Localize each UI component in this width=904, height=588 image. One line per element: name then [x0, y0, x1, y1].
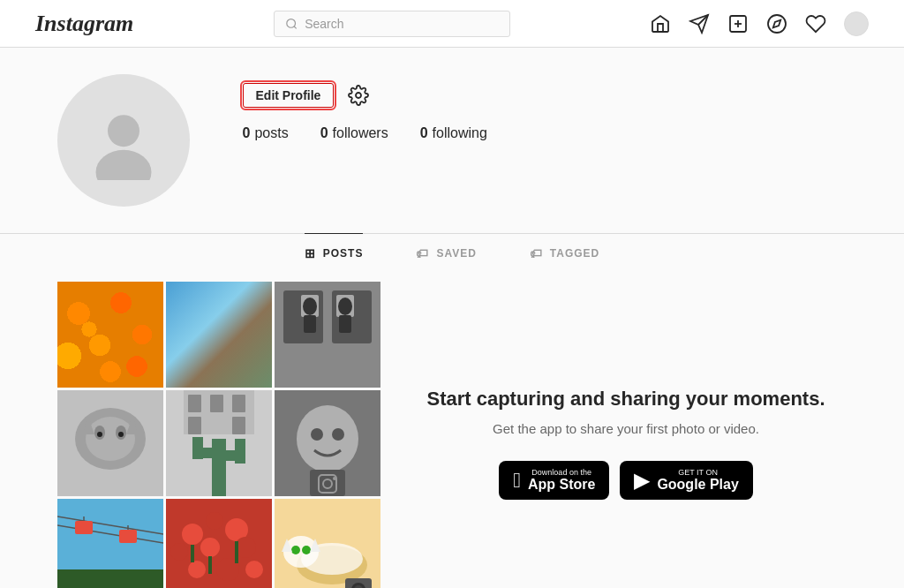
svg-rect-32: [188, 395, 201, 412]
apple-icon: : [513, 468, 521, 493]
svg-point-63: [170, 543, 188, 561]
svg-point-66: [188, 561, 206, 578]
header: Instagram: [0, 0, 904, 48]
tab-posts[interactable]: ⊞ POSTS: [305, 233, 364, 273]
svg-rect-70: [235, 541, 238, 563]
posts-stat[interactable]: 0 posts: [243, 125, 289, 141]
svg-point-68: [245, 561, 263, 578]
search-bar: [274, 11, 510, 37]
svg-rect-41: [235, 439, 245, 464]
tab-saved-label: SAVED: [436, 247, 476, 260]
photo-cell[interactable]: [57, 499, 163, 588]
avatar-icon[interactable]: [844, 11, 869, 36]
svg-rect-19: [304, 315, 316, 333]
svg-point-43: [297, 405, 358, 472]
svg-point-10: [95, 150, 151, 180]
following-count: 0: [420, 125, 428, 141]
app-store-large-text: App Store: [528, 477, 595, 493]
google-play-small-text: GET IT ON: [657, 468, 738, 477]
svg-rect-20: [339, 315, 351, 333]
svg-point-26: [97, 432, 102, 437]
svg-point-49: [333, 477, 336, 480]
svg-point-77: [302, 546, 311, 554]
google-play-icon: ▶: [634, 468, 650, 493]
svg-rect-35: [188, 417, 201, 434]
profile-stats: 0 posts 0 followers 0 following: [243, 125, 848, 141]
following-label: following: [433, 125, 487, 141]
svg-rect-55: [75, 521, 93, 534]
followers-label: followers: [333, 125, 388, 141]
photo-cell[interactable]: [57, 282, 163, 388]
promo-subtitle: Get the app to share your first photo or…: [493, 421, 759, 436]
photo-cell[interactable]: [166, 282, 272, 388]
svg-rect-57: [119, 530, 137, 543]
photo-cell[interactable]: [166, 499, 272, 588]
photo-cell[interactable]: [57, 390, 163, 496]
svg-point-0: [286, 19, 295, 27]
main-content: Start capturing and sharing your moments…: [40, 273, 865, 588]
svg-point-27: [118, 432, 124, 437]
svg-point-18: [338, 298, 352, 315]
svg-rect-33: [210, 395, 223, 412]
tab-tagged[interactable]: 🏷 TAGGED: [530, 233, 599, 273]
svg-point-7: [768, 15, 786, 33]
profile-avatar-container: [57, 74, 190, 207]
svg-rect-71: [208, 556, 212, 574]
edit-profile-button[interactable]: Edit Profile: [243, 83, 335, 108]
svg-point-23: [86, 417, 135, 461]
svg-line-1: [294, 26, 297, 28]
svg-point-44: [311, 428, 323, 441]
instagram-logo[interactable]: Instagram: [35, 11, 133, 37]
svg-marker-8: [773, 19, 780, 26]
profile-info: Edit Profile 0 posts 0 followers 0 follo…: [243, 74, 848, 155]
profile-tabs: ⊞ POSTS 🏷 SAVED 🏷 TAGGED: [40, 234, 865, 273]
tab-tagged-label: TAGGED: [550, 247, 599, 260]
plus-square-icon[interactable]: [727, 13, 749, 34]
tab-posts-label: POSTS: [323, 247, 364, 260]
svg-rect-36: [232, 417, 245, 434]
settings-icon[interactable]: [348, 85, 369, 106]
photo-cell[interactable]: [275, 390, 380, 496]
posts-label: posts: [254, 125, 288, 141]
google-play-large-text: Google Play: [657, 477, 738, 493]
header-icons: [650, 11, 869, 36]
posts-count: 0: [243, 125, 251, 141]
app-buttons:  Download on the App Store ▶ GET IT ON …: [499, 461, 753, 500]
photo-cell[interactable]: [166, 390, 272, 496]
home-icon[interactable]: [650, 13, 671, 34]
svg-point-11: [356, 93, 361, 98]
profile-avatar: [57, 74, 190, 207]
svg-rect-34: [232, 395, 245, 412]
svg-rect-39: [192, 437, 203, 459]
following-stat[interactable]: 0 following: [420, 125, 487, 141]
svg-point-64: [200, 538, 220, 557]
search-icon: [285, 17, 298, 31]
google-play-button[interactable]: ▶ GET IT ON Google Play: [620, 461, 752, 500]
promo-section: Start capturing and sharing your moments…: [405, 282, 848, 588]
profile-section: Edit Profile 0 posts 0 followers 0 follo…: [40, 48, 865, 224]
app-store-small-text: Download on the: [528, 468, 595, 477]
search-input[interactable]: [305, 17, 498, 31]
svg-point-9: [108, 115, 139, 147]
profile-username-row: Edit Profile: [243, 83, 848, 108]
photo-cell[interactable]: [275, 499, 380, 588]
svg-rect-37: [212, 439, 226, 496]
tab-saved[interactable]: 🏷 SAVED: [416, 233, 476, 273]
svg-point-61: [206, 512, 223, 530]
photo-cell[interactable]: [275, 282, 380, 388]
app-store-button[interactable]:  Download on the App Store: [499, 461, 609, 500]
bookmark-icon: 🏷: [416, 246, 429, 260]
svg-rect-52: [57, 569, 163, 588]
svg-point-45: [332, 428, 344, 441]
compass-icon[interactable]: [766, 13, 787, 34]
svg-point-76: [291, 546, 300, 554]
photo-grid: [57, 282, 380, 588]
svg-point-60: [182, 524, 203, 545]
followers-stat[interactable]: 0 followers: [320, 125, 388, 141]
heart-icon[interactable]: [805, 13, 826, 34]
paper-plane-icon[interactable]: [689, 13, 710, 34]
tag-icon: 🏷: [530, 246, 543, 260]
svg-rect-69: [191, 545, 194, 562]
grid-icon: ⊞: [305, 246, 316, 260]
svg-point-17: [303, 298, 317, 315]
